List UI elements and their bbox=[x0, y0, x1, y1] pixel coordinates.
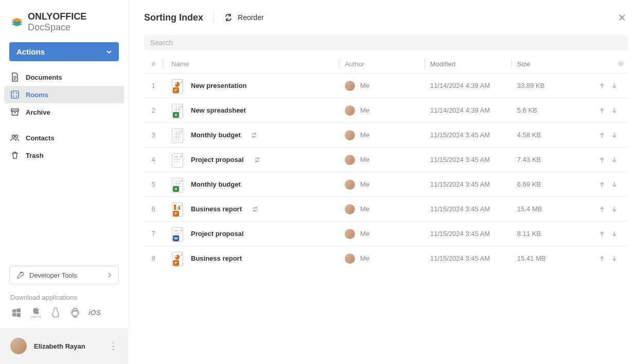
close-button[interactable] bbox=[616, 12, 628, 23]
file-list: 1 P New presentation Me 11/14/2024 4:39 … bbox=[144, 73, 628, 270]
reorder-label: Reorder bbox=[238, 13, 264, 22]
move-up-button[interactable] bbox=[599, 107, 605, 114]
col-name[interactable]: Name bbox=[168, 60, 339, 68]
file-icon: P bbox=[171, 251, 184, 266]
developer-tools-button[interactable]: Developer Tools bbox=[9, 266, 119, 284]
file-icon: X bbox=[171, 177, 184, 192]
move-up-button[interactable] bbox=[599, 206, 605, 212]
size-cell: 15.4 MB bbox=[517, 205, 587, 213]
move-down-button[interactable] bbox=[611, 83, 617, 89]
file-icon: P bbox=[171, 202, 184, 217]
android-icon[interactable] bbox=[69, 306, 81, 319]
svg-point-3 bbox=[13, 96, 14, 97]
table-row[interactable]: 7 W Project proposal Me 11/15/2024 3:45 … bbox=[144, 221, 628, 246]
sidebar: ONLYOFFICE DocSpace Actions Documents Ro… bbox=[0, 0, 129, 364]
row-index: 4 bbox=[144, 156, 163, 163]
size-cell: 8.11 KB bbox=[517, 230, 587, 238]
author-name: Me bbox=[360, 205, 369, 213]
sync-icon bbox=[254, 157, 260, 163]
nav-rooms[interactable]: Rooms bbox=[4, 86, 124, 103]
move-down-button[interactable] bbox=[611, 256, 617, 262]
size-cell: 15.41 MB bbox=[517, 254, 587, 262]
move-down-button[interactable] bbox=[611, 157, 617, 163]
nav-documents[interactable]: Documents bbox=[4, 68, 124, 86]
author-cell: Me bbox=[345, 155, 424, 165]
search-input[interactable] bbox=[150, 39, 622, 47]
col-index[interactable]: # bbox=[144, 60, 163, 68]
row-index: 7 bbox=[144, 230, 163, 238]
rooms-icon bbox=[10, 90, 20, 99]
logo[interactable]: ONLYOFFICE DocSpace bbox=[0, 0, 128, 42]
author-avatar bbox=[345, 130, 355, 140]
actions-label: Actions bbox=[16, 47, 45, 56]
dev-tools-label: Developer Tools bbox=[29, 271, 77, 279]
user-name: Elizabeth Rayan bbox=[34, 342, 101, 350]
modified-cell: 11/15/2024 3:45 AM bbox=[430, 156, 511, 163]
actions-button[interactable]: Actions bbox=[9, 42, 119, 61]
windows-icon[interactable] bbox=[10, 306, 23, 319]
table-row[interactable]: 2 X New spreadsheet Me 11/14/2024 4:39 A… bbox=[144, 98, 628, 122]
table-settings-button[interactable] bbox=[617, 60, 628, 67]
nav: Documents Rooms Archive Contacts Trash bbox=[0, 68, 128, 164]
file-cell: P Business report bbox=[168, 251, 339, 266]
author-name: Me bbox=[360, 254, 369, 262]
table-row[interactable]: 3 Monthly budget Me 11/15/2024 3:45 AM 4… bbox=[144, 122, 628, 147]
nav-archive[interactable]: Archive bbox=[4, 103, 124, 121]
linux-icon[interactable] bbox=[49, 306, 62, 319]
file-cell: W Project proposal bbox=[168, 226, 339, 242]
user-avatar[interactable] bbox=[10, 338, 27, 354]
macos-icon[interactable]: macOS bbox=[30, 306, 42, 319]
reorder-button[interactable]: Reorder bbox=[224, 13, 264, 22]
move-up-button[interactable] bbox=[599, 83, 605, 89]
move-up-button[interactable] bbox=[599, 181, 605, 188]
file-cell: X Monthly budget bbox=[168, 177, 339, 192]
trash-icon bbox=[10, 151, 20, 160]
move-down-button[interactable] bbox=[611, 107, 617, 114]
author-avatar bbox=[345, 155, 355, 165]
move-down-button[interactable] bbox=[611, 181, 617, 188]
svg-point-2 bbox=[16, 93, 17, 94]
table-row[interactable]: 6 P Business report Me 11/15/2024 3:45 A… bbox=[144, 196, 628, 221]
document-icon bbox=[10, 72, 20, 82]
table-row[interactable]: 8 P Business report Me 11/15/2024 3:45 A… bbox=[144, 246, 628, 270]
nav-label: Documents bbox=[26, 74, 62, 81]
svg-rect-0 bbox=[11, 91, 19, 98]
file-cell: Project proposal bbox=[168, 152, 339, 168]
search-bar[interactable] bbox=[144, 35, 628, 50]
file-icon: P bbox=[171, 78, 184, 94]
nav-trash[interactable]: Trash bbox=[4, 147, 124, 164]
move-down-button[interactable] bbox=[611, 206, 617, 212]
col-size[interactable]: Size bbox=[517, 60, 587, 68]
download-apps-label: Download applications bbox=[10, 294, 118, 301]
author-cell: Me bbox=[345, 204, 424, 214]
svg-point-8 bbox=[15, 135, 18, 138]
table-row[interactable]: 5 X Monthly budget Me 11/15/2024 3:45 AM… bbox=[144, 172, 628, 196]
user-menu-button[interactable]: ⋮ bbox=[109, 340, 118, 352]
file-name: Business report bbox=[191, 254, 242, 262]
nav-contacts[interactable]: Contacts bbox=[4, 129, 124, 147]
size-cell: 33.89 KB bbox=[517, 82, 587, 89]
table-row[interactable]: 4 Project proposal Me 11/15/2024 3:45 AM… bbox=[144, 147, 628, 172]
row-index: 5 bbox=[144, 180, 163, 188]
move-down-button[interactable] bbox=[611, 231, 617, 237]
author-cell: Me bbox=[345, 105, 424, 116]
file-name: Project proposal bbox=[191, 230, 244, 238]
chevron-down-icon bbox=[107, 49, 112, 54]
nav-label: Rooms bbox=[26, 91, 48, 99]
col-modified[interactable]: Modified bbox=[430, 60, 511, 68]
table-row[interactable]: 1 P New presentation Me 11/14/2024 4:39 … bbox=[144, 73, 628, 98]
move-up-button[interactable] bbox=[599, 231, 605, 237]
modified-cell: 11/15/2024 3:45 AM bbox=[430, 180, 511, 188]
col-author[interactable]: Author bbox=[345, 60, 424, 68]
move-up-button[interactable] bbox=[599, 256, 605, 262]
file-icon: X bbox=[171, 103, 184, 118]
author-cell: Me bbox=[345, 81, 424, 91]
row-index: 1 bbox=[144, 82, 163, 89]
move-up-button[interactable] bbox=[599, 157, 605, 163]
svg-point-11 bbox=[620, 63, 622, 65]
move-down-button[interactable] bbox=[611, 132, 617, 138]
move-up-button[interactable] bbox=[599, 132, 605, 138]
ios-icon[interactable]: iOS bbox=[88, 306, 101, 319]
file-icon: W bbox=[171, 226, 184, 242]
sync-icon bbox=[252, 206, 258, 212]
